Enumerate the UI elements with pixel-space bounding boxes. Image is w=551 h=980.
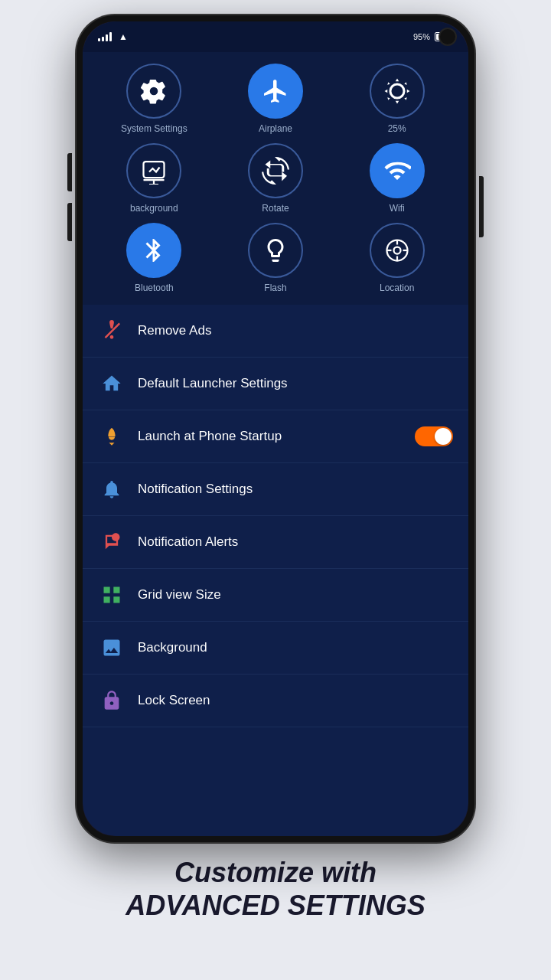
lock-screen-text: Lock Screen <box>138 693 453 708</box>
settings-item-system[interactable]: System Settings <box>98 64 210 134</box>
settings-item-location[interactable]: Location <box>341 223 453 293</box>
settings-item-flash[interactable]: Flash <box>220 223 332 293</box>
settings-item-brightness[interactable]: 25% <box>341 64 453 134</box>
background-circle <box>126 143 181 198</box>
brightness-label: 25% <box>388 123 406 134</box>
brightness-circle <box>370 64 425 119</box>
system-settings-label: System Settings <box>121 123 187 134</box>
settings-item-airplane[interactable]: Airplane <box>220 64 332 134</box>
volume-down-button[interactable] <box>67 203 72 241</box>
notification-alerts-item[interactable]: Notification Alerts <box>83 516 468 569</box>
wifi-circle <box>370 143 425 198</box>
grid-view-size-icon <box>98 581 126 609</box>
settings-item-wifi[interactable]: Wifi <box>341 143 453 214</box>
svg-point-5 <box>393 247 400 254</box>
airplane-label: Airplane <box>259 123 292 134</box>
signal-bar-2 <box>102 37 104 41</box>
system-settings-circle <box>126 64 181 119</box>
wifi-label: Wifi <box>390 203 405 214</box>
rotate-circle <box>248 143 303 198</box>
bluetooth-circle <box>126 223 181 278</box>
launch-startup-text: Launch at Phone Startup <box>138 429 403 444</box>
launch-startup-item[interactable]: Launch at Phone Startup <box>83 410 468 463</box>
status-bar: ▲ 95% <box>83 21 468 52</box>
signal-bar-4 <box>109 32 112 41</box>
rotate-label: Rotate <box>262 203 289 214</box>
settings-grid: System Settings Airplane <box>98 64 453 293</box>
remove-ads-text: Remove Ads <box>138 323 453 338</box>
notification-settings-item[interactable]: Notification Settings <box>83 463 468 516</box>
signal-bars <box>98 32 112 41</box>
location-circle <box>370 223 425 278</box>
quick-settings-panel: System Settings Airplane <box>83 52 468 305</box>
settings-item-bluetooth[interactable]: Bluetooth <box>98 223 210 293</box>
airplane-circle <box>248 64 303 119</box>
phone-screen: ▲ 95% <box>83 21 468 836</box>
grid-view-size-item[interactable]: Grid view Size <box>83 569 468 622</box>
wifi-status-icon: ▲ <box>119 31 128 42</box>
notification-settings-text: Notification Settings <box>138 482 453 497</box>
launch-startup-icon <box>98 423 126 450</box>
signal-bar-1 <box>98 38 100 41</box>
location-label: Location <box>380 283 414 293</box>
status-bar-left: ▲ <box>98 31 128 42</box>
phone-wrapper: ▲ 95% <box>77 15 474 842</box>
remove-ads-item[interactable]: Remove Ads <box>83 305 468 358</box>
notification-alerts-icon <box>98 528 126 556</box>
flash-label: Flash <box>264 283 286 293</box>
notification-alerts-text: Notification Alerts <box>138 534 453 550</box>
default-launcher-item[interactable]: Default Launcher Settings <box>83 358 468 410</box>
bluetooth-label: Bluetooth <box>135 283 174 293</box>
lock-screen-item[interactable]: Lock Screen <box>83 675 468 727</box>
notification-settings-icon <box>98 475 126 503</box>
settings-item-rotate[interactable]: Rotate <box>220 143 332 214</box>
background-setting-icon <box>98 634 126 662</box>
bottom-subtitle: ADVANCED SETTINGS <box>126 889 425 922</box>
default-launcher-icon <box>98 370 126 397</box>
phone-frame: ▲ 95% <box>77 15 474 842</box>
bottom-title: Customize with <box>126 856 425 889</box>
grid-view-size-text: Grid view Size <box>138 587 453 603</box>
background-setting-item[interactable]: Background <box>83 622 468 675</box>
menu-list: Remove Ads Default Launcher Settings <box>83 305 468 727</box>
flash-circle <box>248 223 303 278</box>
background-setting-text: Background <box>138 640 453 655</box>
toggle-knob <box>435 428 452 445</box>
battery-percent: 95% <box>413 32 430 41</box>
power-button[interactable] <box>479 176 484 237</box>
background-label: background <box>130 203 178 214</box>
settings-item-background[interactable]: background <box>98 143 210 214</box>
bottom-text-section: Customize with ADVANCED SETTINGS <box>103 842 448 933</box>
default-launcher-text: Default Launcher Settings <box>138 376 453 391</box>
signal-bar-3 <box>106 34 108 41</box>
volume-up-button[interactable] <box>67 153 72 191</box>
front-camera <box>439 28 457 46</box>
remove-ads-icon <box>98 317 126 345</box>
lock-screen-icon <box>98 687 126 714</box>
launch-startup-toggle[interactable] <box>415 426 453 446</box>
